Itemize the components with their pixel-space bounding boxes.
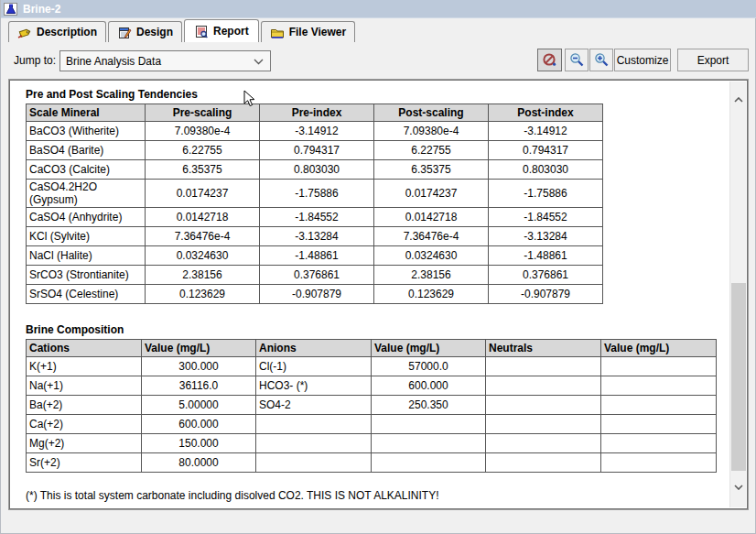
- table-cell: [486, 453, 601, 473]
- table-cell: 6.35375: [374, 160, 489, 180]
- tab-label: Report: [213, 25, 249, 38]
- jump-to-label: Jump to:: [14, 54, 56, 67]
- table-cell: Ba(+2): [27, 396, 142, 415]
- table-cell: [256, 415, 372, 434]
- zoom-reset-button[interactable]: [537, 49, 562, 71]
- tab-design[interactable]: Design: [108, 21, 182, 42]
- table-cell: 600.000: [372, 376, 486, 396]
- column-header: Value (mg/L): [601, 340, 717, 357]
- table-cell: [256, 453, 372, 473]
- column-header: Post-index: [489, 104, 603, 122]
- flask-icon: [4, 2, 18, 16]
- carbonate-footnote: (*) This is total system carbonate inclu…: [26, 489, 439, 502]
- table-cell: 0.803030: [489, 160, 603, 180]
- table-cell: 0.123629: [374, 285, 489, 304]
- tab-label: Description: [37, 26, 97, 38]
- scroll-down-button[interactable]: [730, 480, 747, 495]
- table-cell: 6.35375: [146, 160, 260, 180]
- table-cell: 2.38156: [374, 266, 489, 285]
- table-cell: [372, 434, 486, 453]
- table-cell: Na(+1): [27, 376, 142, 396]
- table-cell: -0.907879: [260, 285, 374, 304]
- table-cell: Mg(+2): [27, 434, 142, 453]
- table-cell: BaSO4 (Barite): [27, 141, 146, 160]
- table-cell: 600.000: [142, 415, 256, 434]
- table-cell: -3.13284: [489, 227, 603, 246]
- column-header: Pre-index: [260, 104, 374, 122]
- folder-icon: [270, 26, 285, 39]
- brine-table-title: Brine Composition: [26, 323, 124, 336]
- report-icon: [194, 25, 209, 38]
- table-cell: 6.22755: [146, 141, 260, 160]
- table-cell: 0.0142718: [146, 208, 260, 227]
- tag-icon: [17, 26, 32, 39]
- table-cell: -3.14912: [489, 122, 603, 141]
- customize-button[interactable]: Customize: [614, 49, 671, 71]
- table-row: Na(+1)36116.0HCO3- (*)600.000: [27, 376, 717, 396]
- table-cell: 0.376861: [260, 266, 374, 285]
- table-cell: SrSO4 (Celestine): [27, 285, 146, 304]
- table-cell: 0.376861: [489, 266, 603, 285]
- no-zoom-icon: [542, 52, 557, 68]
- table-row: SrSO4 (Celestine)0.123629-0.9078790.1236…: [27, 285, 603, 304]
- table-cell: 2.38156: [146, 266, 260, 285]
- tab-description[interactable]: Description: [8, 21, 106, 42]
- scrollbar-thumb[interactable]: [731, 283, 746, 471]
- app-window: Brine-2 Description Design: [0, 0, 756, 534]
- table-cell: 36116.0: [142, 376, 256, 396]
- column-header: Cations: [27, 340, 142, 357]
- export-button[interactable]: Export: [677, 49, 749, 71]
- table-cell: NaCl (Halite): [27, 246, 146, 266]
- table-row: NaCl (Halite)0.0324630-1.488610.0324630-…: [27, 246, 603, 266]
- table-cell: [601, 376, 717, 396]
- column-header: Anions: [256, 340, 372, 357]
- table-cell: 0.0324630: [146, 246, 260, 266]
- table-row: Ca(+2)600.000: [27, 415, 717, 434]
- table-cell: [486, 357, 601, 376]
- table-cell: Cl(-1): [256, 357, 372, 376]
- table-cell: [486, 376, 601, 396]
- tab-report[interactable]: Report: [184, 19, 259, 42]
- table-cell: -1.84552: [489, 208, 603, 227]
- table-cell: 0.0174237: [374, 180, 489, 208]
- table-cell: HCO3- (*): [256, 376, 372, 396]
- chevron-down-icon: [734, 485, 743, 490]
- table-row: Ba(+2)5.00000SO4-2250.350: [27, 396, 717, 415]
- jump-to-dropdown[interactable]: Brine Analysis Data: [59, 50, 271, 71]
- table-cell: Sr(+2): [27, 453, 142, 473]
- report-page: Pre and Post Scaling Tendencies Scale Mi…: [9, 80, 748, 509]
- chevron-up-icon: [734, 97, 743, 103]
- table-cell: 7.09380e-4: [374, 122, 489, 141]
- vertical-scrollbar[interactable]: [729, 82, 746, 507]
- scaling-table-title: Pre and Post Scaling Tendencies: [26, 88, 198, 101]
- table-cell: [372, 415, 486, 434]
- table-cell: 7.09380e-4: [146, 122, 260, 141]
- zoom-out-icon: [569, 52, 585, 68]
- table-cell: 300.000: [142, 357, 256, 376]
- title-bar[interactable]: Brine-2: [1, 0, 756, 18]
- table-cell: 0.794317: [489, 141, 603, 160]
- table-cell: -1.84552: [260, 208, 374, 227]
- table-row: Sr(+2)80.0000: [27, 453, 717, 473]
- tab-label: File Viewer: [289, 26, 346, 38]
- table-row: KCl (Sylvite)7.36476e-4-3.132847.36476e-…: [27, 227, 603, 246]
- export-label: Export: [697, 54, 729, 67]
- notepad-icon: [117, 26, 132, 39]
- table-cell: KCl (Sylvite): [27, 227, 146, 246]
- table-row: K(+1)300.000Cl(-1)57000.0: [27, 357, 717, 376]
- report-viewport: Pre and Post Scaling Tendencies Scale Mi…: [8, 79, 749, 510]
- zoom-in-button[interactable]: [589, 49, 613, 71]
- scroll-up-button[interactable]: [730, 93, 747, 107]
- table-cell: [486, 415, 601, 434]
- table-row: BaCO3 (Witherite)7.09380e-4-3.149127.093…: [27, 122, 603, 141]
- table-row: CaSO4 (Anhydrite)0.0142718-1.845520.0142…: [27, 208, 603, 227]
- table-cell: Ca(+2): [27, 415, 142, 434]
- table-cell: [601, 396, 717, 415]
- table-cell: 150.000: [142, 434, 256, 453]
- zoom-out-button[interactable]: [565, 49, 589, 71]
- table-cell: -1.75886: [489, 180, 603, 208]
- table-cell: 0.794317: [260, 141, 374, 160]
- zoom-in-icon: [594, 52, 610, 68]
- tab-file-viewer[interactable]: File Viewer: [261, 21, 355, 42]
- table-cell: SrCO3 (Strontianite): [27, 266, 146, 285]
